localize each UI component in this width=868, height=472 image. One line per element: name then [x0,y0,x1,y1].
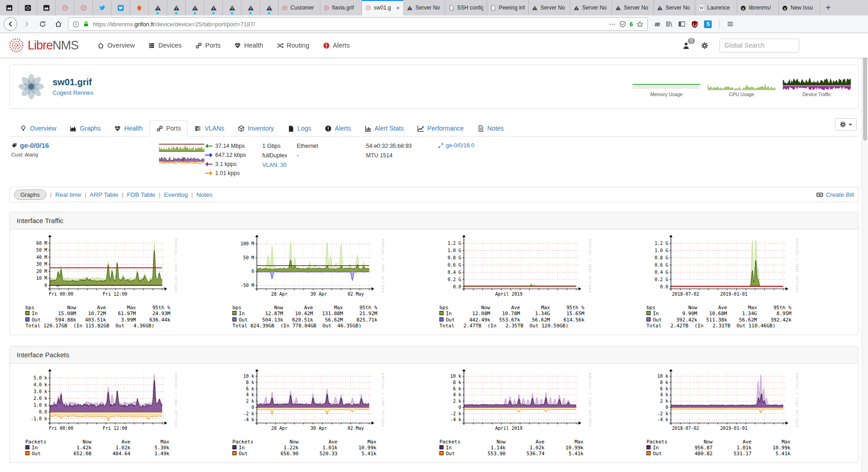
minigraph-traffic[interactable] [783,76,851,91]
search-input[interactable] [719,39,799,53]
nav-item-overview[interactable]: Overview [97,42,135,49]
tab-performance[interactable]: Performance [410,120,470,136]
librenms-logo[interactable]: LibreNMS [8,37,78,54]
minigraph-cpu[interactable] [708,76,776,91]
port-name-link[interactable]: ge-0/0/16 [11,141,159,149]
tab-settings-button[interactable] [835,118,857,131]
subnav-link-notes[interactable]: Notes [197,191,212,198]
browser-tab[interactable]: Server No [529,0,570,15]
pinned-tab[interactable] [223,0,241,15]
nav-item-routing[interactable]: Routing [277,42,309,49]
browser-tab[interactable]: Server No [612,0,654,15]
minigraph[interactable] [708,76,776,91]
rrd-graph[interactable]: 10 k8 k6 k4 k2 k0-2 k-4 k2018-07-022019-… [645,370,801,457]
pinned-tab[interactable] [204,0,223,15]
sidebar-icon[interactable] [678,20,685,28]
page-info-icon[interactable] [72,21,79,28]
browser-tab[interactable]: librenms/ [737,0,779,15]
rrd-graph[interactable]: 60 M50 M40 M30 M20 M10 M0Fri 00:00Fri 12… [24,235,180,329]
pinned-tab[interactable] [111,0,130,15]
tab-alerts[interactable]: Alerts [318,120,358,136]
pinned-tab[interactable] [74,0,93,15]
svg-text:April 2019: April 2019 [495,292,522,297]
legend-value: 15.65M [550,311,584,316]
refresh-button[interactable] [36,18,49,30]
forward-button[interactable] [20,18,33,30]
user-button[interactable]: 0 [682,42,690,49]
port-sparklines[interactable] [159,141,205,165]
rrd-graph[interactable]: 5.0 k4.0 k3.0 k2.0 k1.0 k0.0-1.0 kFri 00… [24,370,180,457]
tab-vlans[interactable]: VLANs [188,120,231,136]
port-vlan-link[interactable]: VLAN: 30 [262,161,297,170]
pinned-tab[interactable] [260,0,279,15]
new-tab-button[interactable]: + [820,0,836,15]
rrd-graph[interactable]: 1.2 G1.0 G0.8 G0.6 G0.4 G0.2 G0.02018-07… [645,235,801,329]
library-icon[interactable] [665,20,673,28]
browser-tab[interactable]: SSH configur [445,0,487,15]
rrd-graph[interactable]: 10 k8 k6 k4 k2 k0-2 k-4 kApril 2019RRDTO… [438,370,594,457]
minigraph-memory[interactable] [632,76,700,91]
back-button[interactable] [4,17,17,31]
device-location-link[interactable]: Cogent Rennes [53,89,93,96]
url-bar[interactable]: https://librenms.grifon.fr/device/device… [68,17,648,31]
pinned-tab[interactable] [241,0,260,15]
legend-value: 131.88M [313,311,343,316]
browser-tab[interactable]: flavia.grif [320,0,362,15]
pinned-tab[interactable] [186,0,204,15]
pinned-tab[interactable] [167,0,186,15]
subnav-link-fdb-table[interactable]: FDB Table [127,191,155,198]
pinned-tab[interactable] [149,0,167,15]
graphs-button[interactable]: Graphs [14,190,46,200]
tab-health[interactable]: Health [107,120,149,136]
tab-overview[interactable]: Overview [13,120,63,136]
pinned-tab[interactable] [19,0,37,15]
tab-inventory[interactable]: Inventory [231,120,281,136]
ublock-icon[interactable] [691,20,699,28]
home-button[interactable] [52,18,65,30]
shield-icon[interactable] [619,21,626,28]
subnav-link-real-time[interactable]: Real time [55,191,81,198]
pinned-tab[interactable] [93,0,111,15]
minigraph[interactable] [632,76,700,91]
rrd-graph[interactable]: 1.2 G1.0 G0.8 G0.6 G0.4 G0.2 G0.0April 2… [438,235,594,329]
browser-tab[interactable]: Server No [654,0,695,15]
subnav-link-eventlog[interactable]: Eventlog [164,191,188,198]
pinned-tab[interactable] [0,0,19,15]
tab-notes[interactable]: Notes [471,120,511,136]
nav-item-health[interactable]: Health [234,42,263,49]
legend-col: Ave [76,305,106,311]
rrd-graph[interactable]: 100 M50 M0-50 M28 Apr30 Apr02 MayRRDTOOL… [231,235,387,329]
nav-item-devices[interactable]: Devices [148,42,182,49]
panel-interface-traffic: Interface Traffic60 M50 M40 M30 M20 M10 … [10,212,858,335]
minigraph[interactable] [783,76,851,91]
tab-logs[interactable]: Logs [281,120,318,136]
stylus-icon[interactable]: S [704,20,712,28]
subnav-link-arp-table[interactable]: ARP Table [90,191,118,198]
legend-value: 3.99M [106,317,136,323]
port-interface-link[interactable]: ge-0/0/16.0 [438,142,474,149]
browser-tab[interactable]: Customer [279,0,320,15]
bookmark-star-icon[interactable] [637,21,643,28]
tab-close-icon[interactable]: × [395,5,400,11]
page-actions-icon[interactable] [609,21,616,28]
container-extension-icon[interactable]: æ [655,20,660,28]
tab-alert-stats[interactable]: Alert Stats [358,120,411,136]
browser-tab[interactable]: Server No [570,0,612,15]
nav-item-ports[interactable]: Ports [195,42,221,49]
browser-tab[interactable]: New Issu [779,0,820,15]
pinned-tab[interactable] [130,0,149,15]
browser-tab[interactable]: Peering infor [487,0,529,15]
browser-tab[interactable]: sw01.g× [362,0,404,15]
page-scrollbar[interactable] [862,33,868,472]
pinned-tab[interactable] [56,0,74,15]
rrd-graph[interactable]: 10 k8 k6 k4 k2 k0-2 k-4 k28 Apr30 Apr02 … [231,370,387,457]
browser-tab[interactable]: Server No [404,0,445,15]
menu-icon[interactable] [727,20,734,28]
browser-tab[interactable]: WLaurence [695,0,737,15]
tab-graphs[interactable]: Graphs [63,120,107,136]
tab-ports[interactable]: Ports [149,120,188,136]
pinned-tab[interactable] [37,0,56,15]
nav-item-alerts[interactable]: Alerts [323,42,350,49]
create-bill-link[interactable]: Create Bill [816,191,854,198]
settings-gear-icon[interactable] [701,42,709,49]
